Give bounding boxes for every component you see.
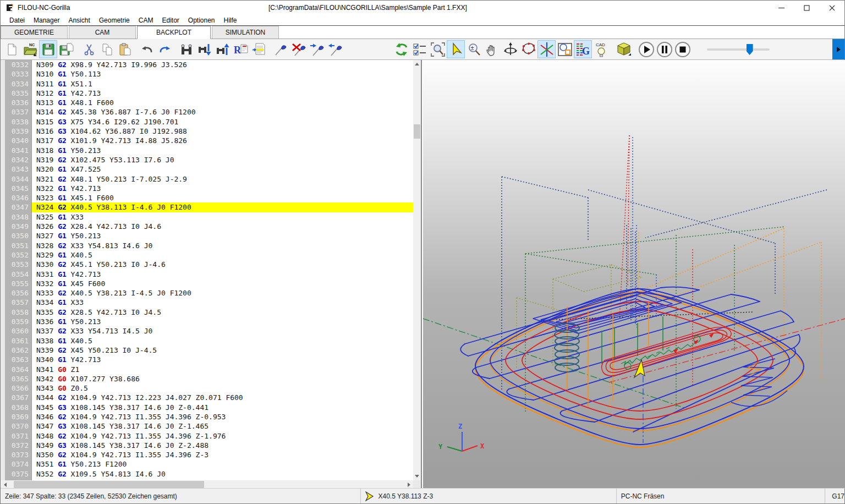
vertical-scrollbar[interactable] <box>413 60 421 480</box>
refresh-backplot-button[interactable] <box>392 40 410 58</box>
code-text[interactable]: N344 G2 X104.9 Y42.713 I2.223 J4.027 Z0.… <box>32 393 413 402</box>
code-text[interactable]: N317 G2 X101.9 Y42.713 I4.88 J5.826 <box>32 136 413 145</box>
code-line[interactable]: 0359N336 G1 Y50.213 <box>1 317 413 326</box>
scroll-down-button[interactable] <box>413 472 421 480</box>
undo-button[interactable] <box>138 40 156 58</box>
code-line[interactable]: 0340N317 G2 X101.9 Y42.713 I4.88 J5.826 <box>1 136 413 145</box>
speed-slider[interactable] <box>705 40 772 58</box>
find-button[interactable] <box>177 40 195 58</box>
play-button[interactable] <box>637 40 655 58</box>
code-line[interactable]: 0358N335 G2 X28.5 Y42.713 I0 J4.5 <box>1 308 413 317</box>
menu-item-hilfe[interactable]: Hilfe <box>220 15 242 25</box>
code-line[interactable]: 0341N318 G1 Y50.213 <box>1 146 413 155</box>
edit-curve-button[interactable] <box>519 40 537 58</box>
code-text[interactable]: N345 G3 X108.145 Y38.317 I4.6 J0 Z-0.441 <box>32 403 413 412</box>
minimize-button[interactable] <box>769 1 794 15</box>
bookmark-button[interactable] <box>271 40 289 58</box>
select-pointer-button[interactable] <box>447 40 465 58</box>
backplot-3d-view[interactable]: Z Y X <box>423 60 845 489</box>
code-text[interactable]: N348 G2 X104.9 Y42.713 I1.355 J4.396 Z-1… <box>32 431 413 441</box>
cut-button[interactable] <box>80 40 98 58</box>
code-line[interactable]: 0345N322 G1 Y42.713 <box>1 184 413 193</box>
code-line[interactable]: 0338N315 G3 X75 Y34.6 I29.62 J190.701 <box>1 117 413 127</box>
gcode-view-button[interactable]: G <box>574 40 592 58</box>
find-next-button[interactable] <box>195 40 213 58</box>
code-text[interactable]: N349 G3 X108.145 Y38.317 I4.6 J0 Z-2.488 <box>32 441 413 450</box>
code-line[interactable]: 0362N339 G2 X45 Y50.213 I0 J-4.5 <box>1 346 413 355</box>
code-text[interactable]: N341 G0 Z1 <box>32 365 413 374</box>
code-line[interactable]: 0366N343 G0 Z0.5 <box>1 384 413 393</box>
pan-hand-button[interactable] <box>483 40 501 58</box>
zoom-in-out-button[interactable]: ± <box>465 40 483 58</box>
code-text[interactable]: N350 G2 X104.9 Y42.713 I1.355 J4.396 Z-3 <box>32 450 413 459</box>
code-text[interactable]: N352 G2 X109.5 Y54.813 I4.6 J0 <box>32 469 413 479</box>
tab-geometrie[interactable]: GEOMETRIE <box>1 26 68 39</box>
code-line[interactable]: 0348N325 G1 X33 <box>1 212 413 222</box>
code-line[interactable]: 0363N340 G1 Y42.713 <box>1 355 413 364</box>
code-text[interactable]: N319 G2 X102.475 Y53.113 I7.6 J0 <box>32 155 413 165</box>
code-text[interactable]: N330 G2 X45.1 Y50.213 I0 J-4.6 <box>32 260 413 269</box>
code-line[interactable]: 0356N333 G2 X40.5 Y38.213 I-4.5 J0 F1200 <box>1 288 413 298</box>
code-line[interactable]: 0368N345 G3 X108.145 Y38.317 I4.6 J0 Z-0… <box>1 403 413 412</box>
code-text[interactable]: N326 G2 X28.4 Y42.713 I0 J4.6 <box>32 222 413 231</box>
axis-cross-button[interactable] <box>537 40 556 58</box>
code-line[interactable]: 0371N348 G2 X104.9 Y42.713 I1.355 J4.396… <box>1 431 413 441</box>
menu-item-manager[interactable]: Manager <box>29 15 64 25</box>
code-text[interactable]: N329 G1 X40.5 <box>32 250 413 260</box>
paste-button[interactable] <box>116 40 134 58</box>
code-text[interactable]: N324 G2 X40.5 Y38.113 I-4.6 J0 F1200 <box>32 202 413 212</box>
code-line[interactable]: 0343N320 G1 X47.525 <box>1 165 413 174</box>
code-text[interactable]: N333 G2 X40.5 Y38.213 I-4.5 J0 F1200 <box>32 288 413 298</box>
code-text[interactable]: N309 G2 X98.9 Y42.713 I9.996 J3.526 <box>32 60 413 69</box>
rotate-3d-button[interactable] <box>501 40 519 58</box>
code-line[interactable]: 0351N328 G2 X33 Y54.813 I4.6 J0 <box>1 241 413 250</box>
code-line[interactable]: 0346N323 G1 X45.1 F600 <box>1 193 413 202</box>
tab-simulation[interactable]: SIMULATION <box>212 26 279 39</box>
bookmark-next-button[interactable] <box>308 40 326 58</box>
pause-button[interactable] <box>655 40 673 58</box>
save-as-button[interactable] <box>57 40 75 58</box>
code-line[interactable]: 0367N344 G2 X104.9 Y42.713 I2.223 J4.027… <box>1 393 413 402</box>
code-line[interactable]: 0354N331 G1 Y42.713 <box>1 270 413 279</box>
code-line[interactable]: 0365N342 G0 X107.277 Y38.686 <box>1 374 413 384</box>
code-text[interactable]: N334 G1 X33 <box>32 298 413 307</box>
code-line[interactable]: 0355N332 G1 X45 F600 <box>1 279 413 288</box>
tab-cam[interactable]: CAM <box>69 26 136 39</box>
code-line[interactable]: 0333N310 G1 Y50.113 <box>1 69 413 79</box>
close-button[interactable] <box>819 1 844 15</box>
backplot-canvas[interactable]: Z Y X <box>423 60 845 489</box>
code-text[interactable]: N310 G1 Y50.113 <box>32 69 413 79</box>
code-line[interactable]: 0336N313 G1 X48.1 F600 <box>1 98 413 107</box>
code-text[interactable]: N339 G2 X45 Y50.213 I0 J-4.5 <box>32 346 413 355</box>
menu-item-editor[interactable]: Editor <box>157 15 183 25</box>
new-file-button[interactable] <box>3 40 21 58</box>
code-text[interactable]: N318 G1 Y50.213 <box>32 146 413 155</box>
code-text[interactable]: N337 G2 X33 Y54.713 I4.5 J0 <box>32 326 413 336</box>
goto-line-button[interactable] <box>250 40 268 58</box>
code-text[interactable]: N311 G1 X51.1 <box>32 79 413 89</box>
code-text[interactable]: N313 G1 X48.1 F600 <box>32 98 413 107</box>
code-text[interactable]: N336 G1 Y50.213 <box>32 317 413 326</box>
code-text[interactable]: N328 G2 X33 Y54.813 I4.6 J0 <box>32 241 413 250</box>
copy-button[interactable] <box>98 40 116 58</box>
nc-code-editor[interactable]: 0332N309 G2 X98.9 Y42.713 I9.996 J3.5260… <box>1 60 422 489</box>
view-window-button[interactable] <box>556 40 574 58</box>
display-options-button[interactable] <box>410 40 429 58</box>
redo-button[interactable] <box>156 40 174 58</box>
code-text[interactable]: N347 G3 X108.145 Y38.317 I4.6 J0 Z-1.465 <box>32 421 413 431</box>
replace-button[interactable]: R <box>232 40 250 58</box>
menu-item-geometrie[interactable]: Geometrie <box>95 15 134 25</box>
code-line[interactable]: 0375N352 G2 X109.5 Y54.813 I4.6 J0 <box>1 469 413 479</box>
solid-view-button[interactable] <box>614 40 633 58</box>
code-text[interactable]: N312 G1 Y42.713 <box>32 89 413 98</box>
code-line[interactable]: 0357N334 G1 X33 <box>1 298 413 307</box>
code-line[interactable]: 0344N321 G2 X48.1 Y50.213 I-7.025 J-2.9 <box>1 174 413 184</box>
bookmark-previous-button[interactable] <box>326 40 344 58</box>
code-line[interactable]: 0352N329 G1 X40.5 <box>1 250 413 260</box>
code-text[interactable]: N314 G2 X45.38 Y36.887 I-7.6 J0 F1200 <box>32 107 413 117</box>
code-line[interactable]: 0364N341 G0 Z1 <box>1 365 413 374</box>
code-line[interactable]: 0349N326 G2 X28.4 Y42.713 I0 J4.6 <box>1 222 413 231</box>
code-text[interactable]: N315 G3 X75 Y34.6 I29.62 J190.701 <box>32 117 413 127</box>
code-line[interactable]: 0335N312 G1 Y42.713 <box>1 89 413 98</box>
toolbar-overflow-button[interactable] <box>832 39 844 59</box>
